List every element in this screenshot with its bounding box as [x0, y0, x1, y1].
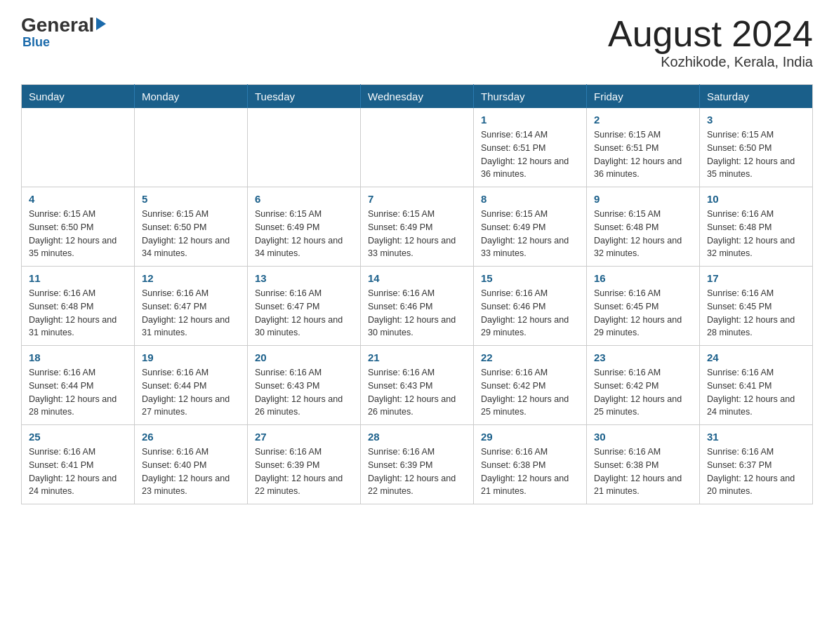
day-number: 1 — [481, 114, 579, 126]
logo-arrow-icon — [96, 18, 106, 30]
day-of-week-header: Sunday — [22, 85, 135, 109]
calendar-title: August 2024 — [608, 14, 813, 54]
calendar-day-cell: 17Sunrise: 6:16 AM Sunset: 6:45 PM Dayli… — [700, 267, 813, 346]
day-number: 8 — [481, 193, 579, 205]
day-number: 31 — [707, 431, 805, 443]
day-number: 12 — [142, 272, 240, 284]
calendar-day-cell: 30Sunrise: 6:16 AM Sunset: 6:38 PM Dayli… — [587, 425, 700, 504]
day-number: 28 — [368, 431, 466, 443]
day-info: Sunrise: 6:16 AM Sunset: 6:38 PM Dayligh… — [481, 445, 579, 498]
calendar-day-cell: 12Sunrise: 6:16 AM Sunset: 6:47 PM Dayli… — [135, 267, 248, 346]
day-info: Sunrise: 6:16 AM Sunset: 6:48 PM Dayligh… — [29, 287, 127, 340]
day-number: 18 — [29, 351, 127, 363]
day-info: Sunrise: 6:16 AM Sunset: 6:44 PM Dayligh… — [142, 366, 240, 419]
day-number: 17 — [707, 272, 805, 284]
day-of-week-header: Friday — [587, 85, 700, 109]
day-number: 4 — [29, 193, 127, 205]
day-number: 6 — [255, 193, 353, 205]
day-number: 7 — [368, 193, 466, 205]
day-number: 14 — [368, 272, 466, 284]
page-header: General Blue August 2024 Kozhikode, Kera… — [21, 14, 813, 70]
calendar-day-cell: 14Sunrise: 6:16 AM Sunset: 6:46 PM Dayli… — [361, 267, 474, 346]
day-info: Sunrise: 6:16 AM Sunset: 6:43 PM Dayligh… — [368, 366, 466, 419]
day-of-week-header: Monday — [135, 85, 248, 109]
day-number: 2 — [594, 114, 692, 126]
logo-general-text: General — [21, 14, 94, 36]
day-number: 16 — [594, 272, 692, 284]
day-info: Sunrise: 6:16 AM Sunset: 6:39 PM Dayligh… — [255, 445, 353, 498]
calendar-day-cell: 11Sunrise: 6:16 AM Sunset: 6:48 PM Dayli… — [22, 267, 135, 346]
day-info: Sunrise: 6:16 AM Sunset: 6:38 PM Dayligh… — [594, 445, 692, 498]
day-info: Sunrise: 6:15 AM Sunset: 6:50 PM Dayligh… — [707, 128, 805, 181]
calendar-day-cell: 15Sunrise: 6:16 AM Sunset: 6:46 PM Dayli… — [474, 267, 587, 346]
day-number: 15 — [481, 272, 579, 284]
day-of-week-header: Wednesday — [361, 85, 474, 109]
calendar-day-cell: 10Sunrise: 6:16 AM Sunset: 6:48 PM Dayli… — [700, 187, 813, 267]
day-number: 30 — [594, 431, 692, 443]
calendar-day-cell: 13Sunrise: 6:16 AM Sunset: 6:47 PM Dayli… — [248, 267, 361, 346]
calendar-day-cell: 27Sunrise: 6:16 AM Sunset: 6:39 PM Dayli… — [248, 425, 361, 504]
title-block: August 2024 Kozhikode, Kerala, India — [608, 14, 813, 70]
day-info: Sunrise: 6:16 AM Sunset: 6:45 PM Dayligh… — [707, 287, 805, 340]
calendar-week-row: 1Sunrise: 6:14 AM Sunset: 6:51 PM Daylig… — [22, 108, 813, 187]
day-info: Sunrise: 6:16 AM Sunset: 6:39 PM Dayligh… — [368, 445, 466, 498]
calendar-day-cell: 8Sunrise: 6:15 AM Sunset: 6:49 PM Daylig… — [474, 187, 587, 267]
day-info: Sunrise: 6:16 AM Sunset: 6:41 PM Dayligh… — [707, 366, 805, 419]
day-of-week-header: Thursday — [474, 85, 587, 109]
calendar-day-cell — [135, 108, 248, 187]
calendar-day-cell: 23Sunrise: 6:16 AM Sunset: 6:42 PM Dayli… — [587, 346, 700, 425]
calendar-day-cell — [248, 108, 361, 187]
day-info: Sunrise: 6:15 AM Sunset: 6:49 PM Dayligh… — [255, 208, 353, 260]
day-info: Sunrise: 6:15 AM Sunset: 6:49 PM Dayligh… — [481, 208, 579, 260]
calendar-day-cell: 25Sunrise: 6:16 AM Sunset: 6:41 PM Dayli… — [22, 425, 135, 504]
day-info: Sunrise: 6:16 AM Sunset: 6:45 PM Dayligh… — [594, 287, 692, 340]
day-number: 20 — [255, 351, 353, 363]
calendar-day-cell: 18Sunrise: 6:16 AM Sunset: 6:44 PM Dayli… — [22, 346, 135, 425]
day-info: Sunrise: 6:14 AM Sunset: 6:51 PM Dayligh… — [481, 128, 579, 181]
calendar-day-cell: 31Sunrise: 6:16 AM Sunset: 6:37 PM Dayli… — [700, 425, 813, 504]
day-info: Sunrise: 6:16 AM Sunset: 6:40 PM Dayligh… — [142, 445, 240, 498]
day-of-week-header: Tuesday — [248, 85, 361, 109]
day-number: 5 — [142, 193, 240, 205]
day-info: Sunrise: 6:16 AM Sunset: 6:44 PM Dayligh… — [29, 366, 127, 419]
calendar-day-cell: 6Sunrise: 6:15 AM Sunset: 6:49 PM Daylig… — [248, 187, 361, 267]
calendar-day-cell: 7Sunrise: 6:15 AM Sunset: 6:49 PM Daylig… — [361, 187, 474, 267]
day-number: 11 — [29, 272, 127, 284]
calendar-day-cell: 5Sunrise: 6:15 AM Sunset: 6:50 PM Daylig… — [135, 187, 248, 267]
day-number: 13 — [255, 272, 353, 284]
day-number: 29 — [481, 431, 579, 443]
day-info: Sunrise: 6:15 AM Sunset: 6:48 PM Dayligh… — [594, 208, 692, 260]
calendar-day-cell: 2Sunrise: 6:15 AM Sunset: 6:51 PM Daylig… — [587, 108, 700, 187]
day-info: Sunrise: 6:15 AM Sunset: 6:50 PM Dayligh… — [29, 208, 127, 260]
day-of-week-header: Saturday — [700, 85, 813, 109]
calendar-week-row: 11Sunrise: 6:16 AM Sunset: 6:48 PM Dayli… — [22, 267, 813, 346]
calendar-day-cell: 28Sunrise: 6:16 AM Sunset: 6:39 PM Dayli… — [361, 425, 474, 504]
calendar-day-cell: 22Sunrise: 6:16 AM Sunset: 6:42 PM Dayli… — [474, 346, 587, 425]
day-info: Sunrise: 6:16 AM Sunset: 6:42 PM Dayligh… — [594, 366, 692, 419]
day-info: Sunrise: 6:15 AM Sunset: 6:49 PM Dayligh… — [368, 208, 466, 260]
calendar-week-row: 25Sunrise: 6:16 AM Sunset: 6:41 PM Dayli… — [22, 425, 813, 504]
day-info: Sunrise: 6:16 AM Sunset: 6:46 PM Dayligh… — [481, 287, 579, 340]
day-info: Sunrise: 6:16 AM Sunset: 6:41 PM Dayligh… — [29, 445, 127, 498]
day-info: Sunrise: 6:16 AM Sunset: 6:47 PM Dayligh… — [142, 287, 240, 340]
calendar-day-cell: 16Sunrise: 6:16 AM Sunset: 6:45 PM Dayli… — [587, 267, 700, 346]
calendar-day-cell: 21Sunrise: 6:16 AM Sunset: 6:43 PM Dayli… — [361, 346, 474, 425]
day-info: Sunrise: 6:16 AM Sunset: 6:48 PM Dayligh… — [707, 208, 805, 260]
calendar-day-cell: 29Sunrise: 6:16 AM Sunset: 6:38 PM Dayli… — [474, 425, 587, 504]
calendar-day-cell: 4Sunrise: 6:15 AM Sunset: 6:50 PM Daylig… — [22, 187, 135, 267]
day-number: 10 — [707, 193, 805, 205]
day-info: Sunrise: 6:16 AM Sunset: 6:43 PM Dayligh… — [255, 366, 353, 419]
calendar-location: Kozhikode, Kerala, India — [608, 54, 813, 70]
calendar-week-row: 18Sunrise: 6:16 AM Sunset: 6:44 PM Dayli… — [22, 346, 813, 425]
calendar-table: SundayMondayTuesdayWednesdayThursdayFrid… — [21, 84, 813, 504]
calendar-day-cell — [361, 108, 474, 187]
logo-blue-text: Blue — [21, 35, 50, 50]
day-info: Sunrise: 6:16 AM Sunset: 6:37 PM Dayligh… — [707, 445, 805, 498]
day-number: 23 — [594, 351, 692, 363]
day-info: Sunrise: 6:16 AM Sunset: 6:47 PM Dayligh… — [255, 287, 353, 340]
calendar-day-cell: 20Sunrise: 6:16 AM Sunset: 6:43 PM Dayli… — [248, 346, 361, 425]
day-number: 22 — [481, 351, 579, 363]
day-number: 21 — [368, 351, 466, 363]
day-info: Sunrise: 6:16 AM Sunset: 6:46 PM Dayligh… — [368, 287, 466, 340]
day-info: Sunrise: 6:15 AM Sunset: 6:50 PM Dayligh… — [142, 208, 240, 260]
